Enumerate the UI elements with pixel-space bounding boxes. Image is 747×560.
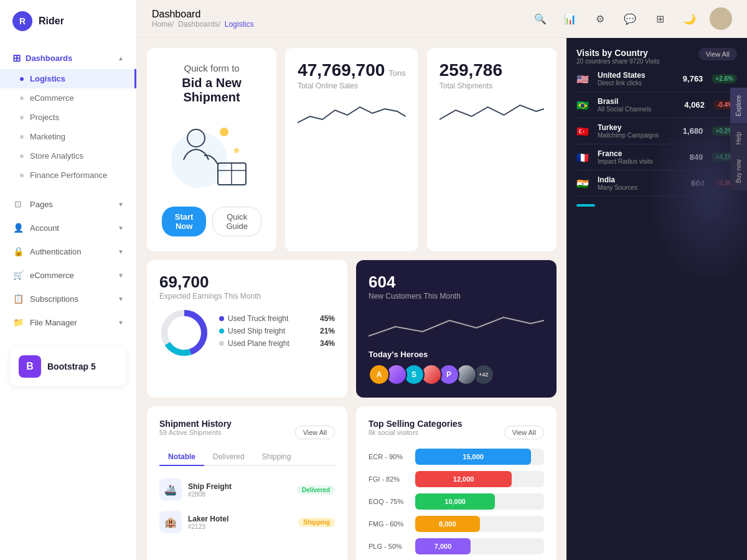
flag-fr: 🇫🇷	[576, 152, 591, 163]
dashboards-group[interactable]: ⊞ Dashboards ▲	[0, 47, 136, 69]
header-actions: 🔍 📊 ⚙ 💬 ⊞ 🌙	[530, 7, 732, 30]
country-name: India	[598, 175, 685, 184]
explore-tab[interactable]: Explore	[730, 87, 747, 124]
breadcrumb-current: Logistics	[225, 20, 254, 29]
plane-dot	[219, 341, 224, 346]
sidebar-item-logistics[interactable]: Logistics	[0, 69, 136, 88]
sidebar-item-file-manager[interactable]: 📁 File Manager ▼	[0, 310, 136, 334]
truck-pct: 45%	[320, 314, 335, 323]
bar-value: 12,000	[453, 475, 474, 483]
promo-illustration	[162, 119, 261, 194]
account-icon: 👤	[12, 222, 24, 233]
country-name: Turkey	[598, 123, 677, 132]
grid-icon[interactable]: ⊞	[650, 9, 670, 29]
country-visits: 4,062	[684, 100, 705, 110]
country-row-in: 🇮🇳 India Many Sources 604 -8.3%	[576, 170, 737, 197]
user-avatar[interactable]	[710, 7, 732, 30]
help-tab[interactable]: Help	[730, 124, 747, 152]
country-row-fr: 🇫🇷 France Impact Radius visits 849 +4.1%	[576, 144, 737, 170]
freight-legend: Used Truck freight 45% Used Ship freight…	[219, 314, 335, 352]
country-row-tr: 🇹🇷 Turkey Mailchimp Campaigns 1,680 +0.2…	[576, 118, 737, 144]
donut-chart-area: Used Truck freight 45% Used Ship freight…	[159, 308, 335, 358]
sidebar-item-store-analytics[interactable]: Store Analytics	[0, 146, 136, 166]
shipment-icon: 🚢	[159, 478, 182, 501]
sidebar-item-finance[interactable]: Finance Performance	[0, 166, 136, 185]
start-now-button[interactable]: Start Now	[162, 207, 206, 236]
heroes-area: Today's Heroes A S P	[369, 350, 544, 385]
country-source: Mailchimp Campaigns	[598, 132, 677, 139]
sidebar-item-ecommerce-top[interactable]: 🛒 eCommerce ▼	[0, 263, 136, 287]
new-customers-label: New Customers This Month	[369, 292, 544, 301]
shipment-subtitle: 59 Active Shipments	[159, 429, 232, 436]
promo-title: Quick form to	[184, 63, 240, 73]
auth-icon: 🔒	[12, 246, 24, 257]
dashboards-label: ⊞ Dashboards	[12, 52, 72, 64]
donut-chart	[159, 308, 209, 358]
categories-title: Top Selling Categories	[369, 419, 463, 429]
sidebar-item-authentication[interactable]: 🔒 Authentication ▼	[0, 240, 136, 263]
dot-icon	[20, 77, 24, 81]
online-sales-unit: Tons	[388, 68, 405, 78]
promo-subtitle: Bid a New Shipment	[162, 76, 261, 105]
truck-dot	[219, 316, 224, 321]
sidebar: R Rider ⊞ Dashboards ▲ Logistics eCommer…	[0, 0, 137, 560]
subscriptions-icon: 📋	[12, 293, 24, 304]
tab-notable[interactable]: Notable	[159, 449, 204, 466]
sidebar-item-subscriptions[interactable]: 📋 Subscriptions ▼	[0, 287, 136, 310]
sidebar-item-pages[interactable]: ⊡ Pages ▼	[0, 192, 136, 216]
table-row: 🚢 Ship Freight #2808 Delivered	[159, 474, 335, 506]
table-row: 🏨 Laker Hotel #2123 Shipping	[159, 506, 335, 538]
dot-icon	[20, 174, 24, 177]
new-customers-number: 604	[369, 273, 544, 292]
country-row-us: 🇺🇸 United States Direct link clicks 9,76…	[576, 66, 737, 92]
sidebar-item-projects[interactable]: Projects	[0, 108, 136, 127]
sidebar-item-marketing[interactable]: Marketing	[0, 127, 136, 146]
sidebar-item-ecommerce[interactable]: eCommerce	[0, 88, 136, 108]
bar-fill: 10,000	[415, 493, 495, 510]
visits-title: Visits by Country	[576, 48, 660, 58]
new-customers-chart	[369, 308, 544, 342]
country-row-br: 🇧🇷 Brasil All Social Channels 4,062 -0.4…	[576, 92, 737, 118]
bar-chart-icon[interactable]: 📊	[560, 9, 580, 29]
svg-point-1	[234, 148, 239, 153]
legend-plane: Used Plane freight 34%	[219, 339, 335, 348]
right-panel: Visits by Country 20 countries share 972…	[566, 38, 747, 560]
country-visits: 1,680	[683, 126, 703, 136]
bar-value: 10,000	[444, 498, 466, 505]
new-customers-card: 604 New Customers This Month Today's Her…	[356, 260, 557, 398]
visits-view-all[interactable]: View All	[698, 48, 737, 60]
ecommerce-icon: 🛒	[12, 269, 24, 281]
promo-buttons: Start Now Quick Guide	[162, 207, 261, 236]
bar-value: 7,000	[435, 543, 452, 550]
shipment-name: Laker Hotel	[188, 515, 292, 523]
shipment-view-all[interactable]: View All	[295, 426, 335, 439]
cat-label: PLG - 50%	[369, 543, 409, 550]
ship-dot	[219, 329, 224, 334]
avatar-a: A	[369, 364, 390, 385]
tab-shipping[interactable]: Shipping	[253, 449, 300, 466]
country-info: Brasil All Social Channels	[598, 97, 678, 113]
buy-now-tab[interactable]: Buy now	[730, 152, 747, 190]
change-badge: +2.6%	[712, 74, 737, 83]
chat-icon[interactable]: 💬	[620, 9, 640, 29]
tab-delivered[interactable]: Delivered	[204, 449, 253, 466]
theme-toggle[interactable]: 🌙	[680, 9, 700, 29]
shipments-chart	[439, 98, 544, 129]
search-icon[interactable]: 🔍	[530, 9, 550, 29]
dot-icon	[20, 96, 24, 100]
categories-view-all[interactable]: View All	[504, 426, 544, 439]
earnings-label: Expected Earnings This Month	[159, 292, 335, 301]
content-area: Quick form to Bid a New Shipment	[137, 38, 566, 560]
online-sales-chart	[298, 98, 406, 129]
cat-label: ECR - 90%	[369, 453, 409, 460]
bootstrap-banner: B Bootstrap 5	[10, 347, 126, 386]
bootstrap-icon: B	[19, 355, 41, 378]
svg-point-0	[220, 128, 228, 136]
settings-icon[interactable]: ⚙	[590, 9, 610, 29]
sidebar-item-account[interactable]: 👤 Account ▼	[0, 216, 136, 240]
quick-guide-button[interactable]: Quick Guide	[212, 207, 261, 236]
country-source: Direct link clicks	[598, 80, 677, 86]
app-logo[interactable]: R Rider	[0, 0, 136, 42]
country-name: France	[598, 149, 684, 158]
shipments-label: Total Shipments	[439, 82, 544, 90]
